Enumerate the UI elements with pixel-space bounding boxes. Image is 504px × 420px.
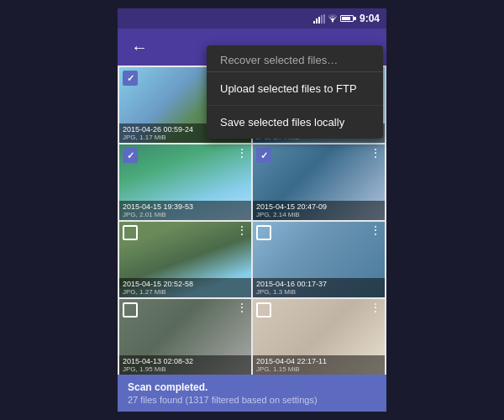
photo-checkbox[interactable] (256, 225, 271, 240)
photo-overlay: 2015-04-04 22:17-11JPG, 1.15 MiB (253, 355, 385, 375)
svg-rect-2 (318, 17, 320, 24)
phone-screen: 9:04 ← Recover selected files… Upload se… (118, 8, 386, 412)
wifi-icon (328, 14, 338, 23)
photo-size: JPG, 1.27 MiB (123, 288, 248, 296)
signal-icon (313, 14, 325, 24)
photo-item[interactable]: ⋮2015-04-15 20:52-58JPG, 1.27 MiB (119, 222, 251, 297)
status-bar: 9:04 (118, 8, 386, 29)
photo-checkbox[interactable] (256, 148, 271, 163)
photo-date: 2015-04-15 20:52-58 (123, 280, 248, 288)
photo-item[interactable]: ⋮2015-04-13 02:08-32JPG, 1.95 MiB (119, 299, 251, 375)
footer-sub: 27 files found (1317 filtered based on s… (128, 395, 376, 405)
back-button[interactable]: ← (128, 34, 151, 60)
photo-menu-button[interactable]: ⋮ (370, 301, 381, 314)
photo-menu-button[interactable]: ⋮ (236, 223, 248, 237)
photo-overlay: 2015-04-15 20:52-58JPG, 1.27 MiB (119, 278, 251, 297)
photo-date: 2015-04-15 20:47-09 (256, 202, 381, 211)
photo-checkbox[interactable] (123, 148, 138, 163)
menu-title: Recover selected files… (207, 45, 383, 72)
photo-size: JPG, 1.95 MiB (123, 365, 248, 373)
svg-rect-4 (323, 14, 325, 24)
footer-status: Scan completed. (128, 381, 376, 393)
toolbar: ← Recover selected files… Upload selecte… (118, 29, 386, 66)
photo-overlay: 2015-04-15 19:39-53JPG, 2.01 MiB (119, 201, 251, 220)
photo-size: JPG, 2.14 MiB (256, 211, 381, 218)
photo-menu-button[interactable]: ⋮ (370, 223, 381, 237)
status-icons: 9:04 (313, 13, 380, 24)
photo-item[interactable]: ⋮2015-04-15 19:39-53JPG, 2.01 MiB (119, 144, 251, 220)
svg-rect-0 (313, 21, 315, 24)
photo-checkbox[interactable] (123, 225, 138, 240)
context-menu: Recover selected files… Upload selected … (207, 45, 383, 139)
photo-date: 2015-04-13 02:08-32 (123, 357, 248, 365)
photo-menu-button[interactable]: ⋮ (236, 146, 248, 160)
status-footer: Scan completed. 27 files found (1317 fil… (118, 375, 386, 412)
svg-point-5 (332, 21, 333, 23)
menu-item-upload-ftp[interactable]: Upload selected files to FTP (207, 72, 383, 106)
status-time: 9:04 (360, 13, 380, 24)
photo-checkbox[interactable] (123, 71, 138, 86)
photo-item[interactable]: ⋮2015-04-15 20:47-09JPG, 2.14 MiB (253, 144, 385, 220)
photo-checkbox[interactable] (123, 302, 138, 318)
svg-rect-1 (316, 18, 318, 24)
photo-checkbox[interactable] (256, 302, 271, 318)
photo-date: 2015-04-04 22:17-11 (256, 357, 381, 365)
photo-menu-button[interactable]: ⋮ (370, 146, 381, 160)
photo-overlay: 2015-04-13 02:08-32JPG, 1.95 MiB (119, 355, 251, 375)
photo-overlay: 2015-04-15 20:47-09JPG, 2.14 MiB (253, 201, 385, 220)
photo-size: JPG, 1.15 MiB (256, 365, 381, 373)
photo-date: 2015-04-16 00:17-37 (256, 280, 381, 288)
photo-date: 2015-04-15 19:39-53 (123, 202, 248, 211)
photo-size: JPG, 2.01 MiB (123, 211, 248, 218)
svg-rect-3 (321, 15, 323, 24)
menu-item-save-local[interactable]: Save selected files locally (207, 106, 383, 139)
photo-overlay: 2015-04-16 00:17-37JPG, 1.3 MiB (253, 278, 385, 297)
photo-size: JPG, 1.3 MiB (256, 288, 381, 296)
photo-item[interactable]: ⋮2015-04-16 00:17-37JPG, 1.3 MiB (253, 222, 385, 297)
photo-item[interactable]: ⋮2015-04-04 22:17-11JPG, 1.15 MiB (253, 299, 385, 375)
battery-icon (340, 15, 354, 22)
photo-menu-button[interactable]: ⋮ (236, 301, 248, 314)
